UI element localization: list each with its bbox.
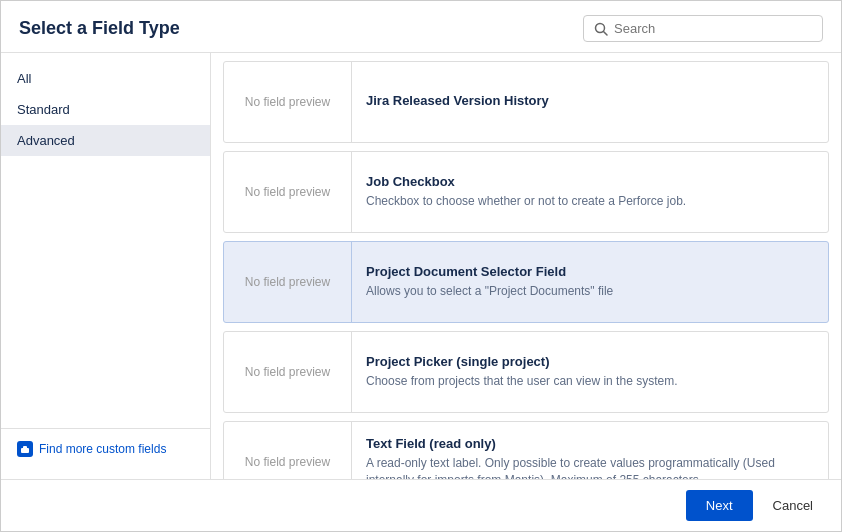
field-item-text-field-readonly[interactable]: No field preview Text Field (read only) … (223, 421, 829, 479)
field-desc-project-document-selector: Allows you to select a "Project Document… (366, 283, 613, 300)
sidebar-item-standard[interactable]: Standard (1, 94, 210, 125)
field-item-job-checkbox[interactable]: No field preview Job Checkbox Checkbox t… (223, 151, 829, 233)
cancel-button[interactable]: Cancel (763, 490, 823, 521)
field-list-container[interactable]: No field preview Jira Released Version H… (211, 53, 841, 479)
field-list: No field preview Jira Released Version H… (211, 53, 841, 479)
field-name-jira-version-history: Jira Released Version History (366, 93, 549, 108)
field-desc-job-checkbox: Checkbox to choose whether or not to cre… (366, 193, 686, 210)
dialog-footer: Next Cancel (1, 479, 841, 531)
field-item-project-picker[interactable]: No field preview Project Picker (single … (223, 331, 829, 413)
sidebar-item-all[interactable]: All (1, 63, 210, 94)
dialog-body: All Standard Advanced Find more custom f… (1, 53, 841, 479)
select-field-type-dialog: Select a Field Type All Standard Advance… (0, 0, 842, 532)
dialog-header: Select a Field Type (1, 1, 841, 53)
field-info-project-document-selector: Project Document Selector Field Allows y… (352, 242, 627, 322)
sidebar: All Standard Advanced Find more custom f… (1, 53, 211, 479)
field-preview-jira-version-history: No field preview (224, 62, 352, 142)
field-preview-job-checkbox: No field preview (224, 152, 352, 232)
search-input[interactable] (614, 21, 812, 36)
field-item-project-document-selector[interactable]: No field preview Project Document Select… (223, 241, 829, 323)
field-info-jira-version-history: Jira Released Version History (352, 62, 563, 142)
field-info-project-picker: Project Picker (single project) Choose f… (352, 332, 691, 412)
field-info-text-field-readonly: Text Field (read only) A read-only text … (352, 422, 828, 479)
field-preview-project-document-selector: No field preview (224, 242, 352, 322)
svg-rect-3 (23, 446, 27, 449)
svg-line-1 (604, 31, 608, 35)
field-name-text-field-readonly: Text Field (read only) (366, 436, 814, 451)
sidebar-item-advanced[interactable]: Advanced (1, 125, 210, 156)
field-preview-project-picker: No field preview (224, 332, 352, 412)
field-name-job-checkbox: Job Checkbox (366, 174, 686, 189)
plugin-icon (17, 441, 33, 457)
next-button[interactable]: Next (686, 490, 753, 521)
field-desc-project-picker: Choose from projects that the user can v… (366, 373, 677, 390)
field-name-project-picker: Project Picker (single project) (366, 354, 677, 369)
field-item-jira-version-history[interactable]: No field preview Jira Released Version H… (223, 61, 829, 143)
field-desc-text-field-readonly: A read-only text label. Only possible to… (366, 455, 814, 479)
field-name-project-document-selector: Project Document Selector Field (366, 264, 613, 279)
field-preview-text-field-readonly: No field preview (224, 422, 352, 479)
search-icon (594, 22, 608, 36)
find-more-label: Find more custom fields (39, 442, 166, 456)
field-info-job-checkbox: Job Checkbox Checkbox to choose whether … (352, 152, 700, 232)
search-wrapper[interactable] (583, 15, 823, 42)
find-more-custom-fields-link[interactable]: Find more custom fields (1, 428, 210, 469)
dialog-title: Select a Field Type (19, 18, 180, 39)
